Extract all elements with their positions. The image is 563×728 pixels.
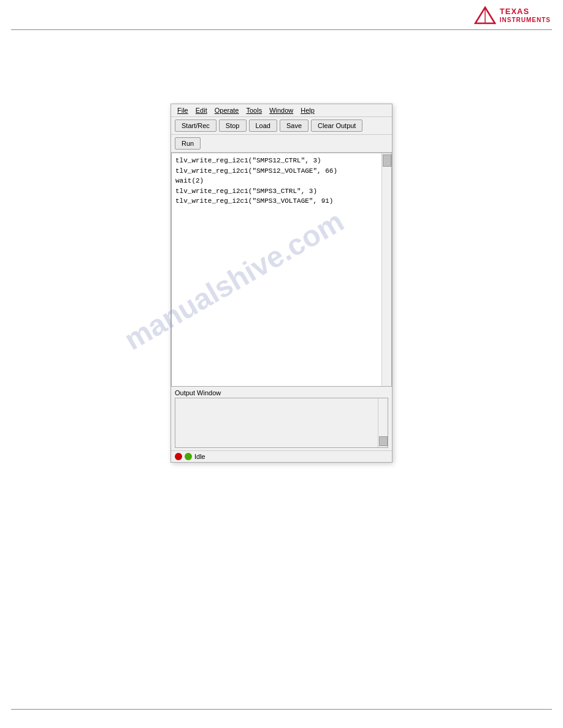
load-button[interactable]: Load — [249, 119, 277, 132]
menu-window[interactable]: Window — [266, 105, 297, 115]
output-scrollbar[interactable] — [378, 398, 388, 447]
toolbar-row2: Run — [171, 135, 392, 153]
app-window: File Edit Operate Tools Window Help Star… — [170, 104, 393, 463]
clear-output-button[interactable]: Clear Output — [311, 119, 362, 132]
ti-logo: TEXAS INSTRUMENTS — [474, 6, 551, 25]
toolbar-row1: Start/Rec Stop Load Save Clear Output — [171, 117, 392, 135]
menu-edit[interactable]: Edit — [192, 105, 211, 115]
top-bar: TEXAS INSTRUMENTS — [0, 0, 563, 29]
script-content: tlv_write_reg_i2c1("SMPS12_CTRL", 3) tlv… — [175, 156, 378, 207]
script-line-3: wait(2) — [175, 176, 378, 186]
output-area[interactable] — [175, 398, 378, 447]
script-editor[interactable]: tlv_write_reg_i2c1("SMPS12_CTRL", 3) tlv… — [172, 153, 381, 386]
script-line-4: tlv_write_reg_i2c1("SMPS3_CTRL", 3) — [175, 186, 378, 197]
bottom-divider — [11, 709, 552, 710]
script-line-2: tlv_write_reg_i2c1("SMPS12_VOLTAGE", 66) — [175, 166, 378, 176]
status-dot-red — [175, 453, 182, 460]
ti-logo-icon — [474, 6, 496, 25]
status-text: Idle — [194, 453, 205, 460]
main-content: File Edit Operate Tools Window Help Star… — [0, 30, 563, 463]
script-line-5: tlv_write_reg_i2c1("SMPS3_VOLTAGE", 91) — [175, 196, 378, 207]
texas-label: TEXAS — [500, 7, 551, 16]
menu-help[interactable]: Help — [297, 105, 318, 115]
output-wrapper — [175, 398, 388, 448]
output-scrollbar-thumb[interactable] — [379, 436, 388, 446]
script-line-1: tlv_write_reg_i2c1("SMPS12_CTRL", 3) — [175, 156, 378, 166]
status-bar: Idle — [171, 450, 392, 462]
instruments-label: INSTRUMENTS — [500, 17, 551, 23]
menu-tools[interactable]: Tools — [242, 105, 266, 115]
start-rec-button[interactable]: Start/Rec — [175, 119, 216, 132]
script-scrollbar[interactable] — [381, 153, 391, 386]
save-button[interactable]: Save — [280, 119, 308, 132]
status-dot-green — [185, 453, 192, 460]
menu-operate[interactable]: Operate — [211, 105, 243, 115]
script-editor-wrapper: tlv_write_reg_i2c1("SMPS12_CTRL", 3) tlv… — [171, 153, 392, 387]
ti-logo-text: TEXAS INSTRUMENTS — [500, 7, 551, 23]
stop-button[interactable]: Stop — [219, 119, 247, 132]
output-label: Output Window — [175, 389, 388, 396]
output-section: Output Window — [171, 387, 392, 450]
menu-file[interactable]: File — [174, 105, 192, 115]
script-scrollbar-thumb[interactable] — [383, 154, 391, 167]
menu-bar: File Edit Operate Tools Window Help — [171, 104, 392, 117]
run-button[interactable]: Run — [175, 137, 201, 150]
